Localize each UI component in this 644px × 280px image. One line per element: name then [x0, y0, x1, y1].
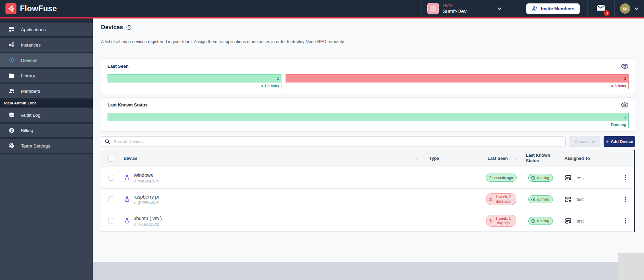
bar-segment-running: 3 Running: [108, 113, 629, 128]
row-menu-kebab[interactable]: [623, 195, 628, 203]
top-navbar: FlowFuse TEAM: Sumit-Dev Invite Members …: [0, 0, 644, 17]
table-row-windows[interactable]: Windows id: w0L26q7L7x 9 seconds ago run…: [101, 167, 635, 189]
application-icon: [565, 196, 572, 203]
sidebar-item-instances[interactable]: Instances: [0, 38, 93, 52]
sidebar-item-library[interactable]: Library: [0, 69, 93, 82]
svg-text:$: $: [11, 129, 13, 132]
last-known-status-card: Last Known Status 3 Running: [101, 97, 635, 132]
sort-icon[interactable]: ↑↓: [515, 157, 517, 161]
invite-members-label: Invite Members: [541, 6, 574, 11]
bar-segment-under-90s: 1 < 1.5 Mins: [108, 74, 281, 89]
bar-label: > 3 Mins: [611, 82, 628, 89]
device-name[interactable]: Windows: [134, 173, 159, 178]
clock-icon: [489, 198, 492, 201]
info-icon[interactable]: [126, 25, 132, 30]
column-header-device: Device: [124, 156, 137, 161]
team-label: TEAM:: [443, 3, 467, 8]
notification-count-badge: 3: [604, 10, 610, 16]
audit-log-icon: [8, 112, 15, 118]
bar-value: 2: [624, 76, 626, 80]
plus-icon: +: [606, 139, 609, 144]
device-name[interactable]: ubuntu ( vm ): [134, 216, 162, 221]
table-toolbar: Actions + Add Device: [101, 136, 635, 147]
sidebar-item-label: Instances: [21, 42, 41, 48]
row-checkbox[interactable]: [108, 175, 114, 181]
eye-icon[interactable]: [621, 64, 629, 69]
table-row-ubuntu-vm[interactable]: ubuntu ( vm ) id: KvGpkzzLX2 1 week, 1 d…: [101, 210, 635, 232]
sidebar-item-label: Library: [21, 73, 35, 78]
scrollbar-corner[interactable]: [618, 253, 644, 280]
card-title: Last Known Status: [108, 102, 148, 107]
sidebar-item-team-settings[interactable]: Team Settings: [0, 139, 93, 153]
page-description: A list of all edge devices registered in…: [101, 39, 635, 44]
row-menu-kebab[interactable]: [623, 174, 628, 182]
chevron-down-icon[interactable]: [634, 6, 638, 10]
device-id: id: w0L26q7L7x: [134, 179, 159, 183]
sidebar-item-label: Devices: [21, 58, 37, 63]
sidebar-item-billing[interactable]: $ Billing: [0, 124, 93, 137]
sidebar-item-label: Billing: [21, 128, 33, 133]
assigned-to-link[interactable]: test: [577, 218, 584, 224]
application-icon: [565, 217, 572, 225]
device-id: id: jPG5Bpp3v8: [134, 201, 159, 205]
flowfuse-logo[interactable]: FlowFuse: [5, 3, 57, 14]
last-seen-badge: 1 week, 1 day ago: [486, 215, 516, 227]
user-plus-icon: [531, 5, 538, 12]
column-header-last-seen: Last Seen: [488, 156, 508, 161]
column-header-last-known-status: Last Known Status: [526, 153, 561, 164]
table-row-raspberry-pi[interactable]: raspberry pi id: jPG5Bpp3v8 1 week, 2 da…: [101, 189, 635, 210]
mail-icon: [596, 4, 606, 12]
row-menu-kebab[interactable]: [623, 217, 628, 225]
sort-icon[interactable]: ↑↓: [609, 157, 612, 161]
running-icon: [531, 176, 535, 180]
eye-icon[interactable]: [621, 102, 629, 107]
search-input[interactable]: [101, 136, 566, 147]
user-avatar[interactable]: su: [620, 3, 630, 14]
sidebar-item-label: Members: [21, 89, 40, 94]
status-badge: running: [528, 195, 553, 203]
actions-button[interactable]: Actions: [569, 136, 601, 147]
sidebar-item-label: Applications: [21, 27, 46, 32]
instances-icon: [8, 41, 15, 48]
library-folder-icon: [8, 72, 15, 79]
billing-dollar-icon: $: [8, 127, 15, 134]
add-device-button[interactable]: + Add Device: [604, 136, 635, 147]
invite-members-button[interactable]: Invite Members: [526, 3, 580, 14]
sidebar-item-applications[interactable]: Applications: [0, 23, 93, 36]
chevron-down-icon: [497, 6, 501, 10]
sidebar-item-label: Audit Log: [21, 113, 40, 118]
last-seen-badge: 9 seconds ago: [486, 174, 517, 182]
device-flask-icon: [124, 174, 130, 181]
clock-icon: [489, 219, 492, 223]
header-divider: [614, 0, 615, 17]
sidebar-item-audit-log[interactable]: Audit Log: [0, 108, 93, 122]
assigned-to-link[interactable]: test: [577, 175, 584, 180]
assigned-to-link[interactable]: test: [577, 197, 584, 202]
application-icon: [565, 174, 572, 181]
device-name[interactable]: raspberry pi: [134, 194, 159, 200]
brand-name: FlowFuse: [20, 4, 57, 13]
column-header-type: Type: [429, 156, 439, 161]
last-seen-bar-chart: 1 < 1.5 Mins 2 > 3 Mins: [108, 74, 629, 89]
card-title: Last Seen: [108, 64, 128, 69]
row-checkbox[interactable]: [108, 196, 114, 202]
running-icon: [531, 219, 535, 223]
sort-icon[interactable]: ↑↓: [416, 157, 418, 161]
row-checkbox[interactable]: [108, 218, 114, 224]
add-device-label: Add Device: [611, 139, 633, 144]
team-avatar: [427, 3, 439, 14]
gear-icon: [8, 142, 15, 149]
sort-icon[interactable]: ↑↓: [477, 157, 480, 161]
sidebar-item-members[interactable]: Members: [0, 84, 93, 98]
sidebar-item-devices[interactable]: Devices: [0, 53, 93, 67]
bar-label: < 1.5 Mins: [261, 82, 281, 89]
status-badge: running: [528, 174, 553, 182]
members-icon: [8, 88, 15, 94]
select-all-checkbox[interactable]: [108, 156, 114, 162]
team-selector[interactable]: TEAM: Sumit-Dev: [421, 0, 507, 17]
notifications-button[interactable]: 3: [588, 4, 614, 13]
team-name: Sumit-Dev: [443, 8, 467, 14]
bar-label: Running: [611, 121, 628, 128]
device-id: id: KvGpkzzLX2: [134, 222, 162, 226]
sidebar-item-label: Team Settings: [21, 143, 50, 149]
